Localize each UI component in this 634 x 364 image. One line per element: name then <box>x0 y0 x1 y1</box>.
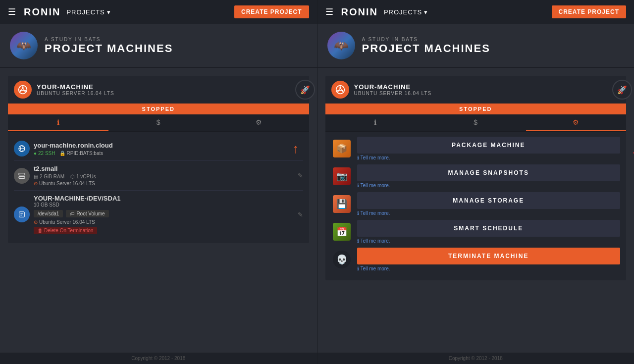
right-panel: ☰ RONIN PROJECTS ▾ CREATE PROJECT 🦇 A ST… <box>317 0 634 364</box>
right-terminate-content: TERMINATE MACHINE ℹ Tell me more. <box>357 248 621 271</box>
right-copyright: Copyright © 2012 - 2018 <box>317 353 634 364</box>
left-page-title: PROJECT MACHINES <box>45 42 173 55</box>
left-machine-os: UBUNTU SERVER 16.04 LTS <box>37 91 292 96</box>
right-tab-info[interactable]: ℹ <box>325 114 426 131</box>
right-schedule-info: ℹ Tell me more. <box>357 238 621 244</box>
svg-point-1 <box>22 86 23 88</box>
right-package-machine-button[interactable]: PACKAGE MACHINE <box>357 137 621 154</box>
right-manage-storage-button[interactable]: MANAGE STORAGE <box>357 192 621 209</box>
right-actions-panel: 📦 PACKAGE MACHINE ℹ Tell me more. ← <box>325 132 627 280</box>
right-ubuntu-icon <box>335 85 345 95</box>
right-project-avatar: 🦇 <box>327 32 355 59</box>
left-hostname-icon <box>14 141 30 156</box>
left-volume-edit-icon[interactable]: ✎ <box>298 211 303 218</box>
left-volume-os: ⊙ Ubuntu Server 16.04 LTS <box>34 219 95 225</box>
up-arrow-indicator: ↑ <box>293 141 299 156</box>
right-snapshots-info: ℹ Tell me more. <box>357 183 621 188</box>
ubuntu-icon <box>18 85 28 95</box>
left-instance-edit-icon[interactable]: ✎ <box>298 172 303 179</box>
svg-rect-14 <box>19 212 25 217</box>
right-smart-schedule-button[interactable]: SMART SCHEDULE <box>357 220 621 237</box>
left-navbar: ☰ RONIN PROJECTS ▾ CREATE PROJECT <box>0 0 317 24</box>
right-snapshots-row: 📷 MANAGE SNAPSHOTS ℹ Tell me more. <box>331 164 621 188</box>
svg-line-21 <box>338 88 340 91</box>
volume-icon <box>18 210 26 218</box>
right-snapshots-content: MANAGE SNAPSHOTS ℹ Tell me more. <box>357 164 621 188</box>
left-volume-name: YOUR-MACHINE-/DEV/SDA1 <box>34 195 294 202</box>
right-brand: RONIN <box>341 6 378 18</box>
left-projects-button[interactable]: PROJECTS ▾ <box>66 8 110 16</box>
svg-point-13 <box>20 177 20 177</box>
right-package-row: 📦 PACKAGE MACHINE ℹ Tell me more. ← <box>331 137 621 160</box>
svg-line-4 <box>21 88 23 91</box>
right-page-header: 🦇 A STUDY IN BATS PROJECT MACHINES <box>317 24 634 68</box>
left-ssh-badge: ● 22 SSH <box>34 151 55 156</box>
right-storage-content: MANAGE STORAGE ℹ Tell me more. <box>357 192 621 216</box>
left-instance-os: ⊙ Ubuntu Server 16.04 LTS <box>34 181 95 186</box>
right-storage-icon: 💾 <box>333 195 351 213</box>
right-schedule-content: SMART SCHEDULE ℹ Tell me more. <box>357 220 621 244</box>
right-arrow-indicator: ← <box>630 142 634 162</box>
left-machine-info: YOUR-MACHINE UBUNTU SERVER 16.04 LTS <box>37 83 292 96</box>
left-instance-row: t2.small ▤ 2 GiB RAM ⬡ 1 vCPUs <box>14 161 303 191</box>
left-volume-row: YOUR-MACHINE-/DEV/SDA1 10 GB SSD /dev/sd… <box>14 191 303 238</box>
left-machine-header: YOUR-MACHINE UBUNTU SERVER 16.04 LTS ⟳ 🚀 <box>8 76 309 104</box>
left-instance-type: t2.small <box>34 165 294 172</box>
left-machine-card-wrapper: YOUR-MACHINE UBUNTU SERVER 16.04 LTS ⟳ 🚀… <box>0 68 317 251</box>
right-storage-icon-wrap: 💾 <box>331 194 352 214</box>
left-vcpu-spec: ⬡ 1 vCPUs <box>70 174 96 179</box>
left-menu-icon[interactable]: ☰ <box>8 6 16 17</box>
left-copyright: Copyright © 2012 - 2018 <box>0 353 317 364</box>
right-launch-button[interactable]: 🚀 <box>612 80 632 100</box>
left-volume-type-tag: 🏷 Root Volume <box>66 210 108 217</box>
right-create-project-button[interactable]: CREATE PROJECT <box>552 5 626 18</box>
right-machine-os: UBUNTU SERVER 16.04 LTS <box>354 91 610 96</box>
right-logo: RONIN <box>341 6 378 18</box>
right-package-info: ℹ Tell me more. <box>357 155 621 160</box>
left-tab-settings[interactable]: ⚙ <box>209 114 309 131</box>
left-volume-tags: /dev/sda1 🏷 Root Volume <box>34 210 294 217</box>
left-tab-info[interactable]: ℹ <box>8 114 108 131</box>
left-page-header: 🦇 A STUDY IN BATS PROJECT MACHINES <box>0 24 317 68</box>
right-projects-button[interactable]: PROJECTS ▾ <box>384 8 428 16</box>
globe-icon <box>18 145 26 153</box>
right-tab-cost[interactable]: $ <box>425 114 526 131</box>
right-schedule-icon: 📅 <box>333 223 351 241</box>
left-volume-path-tag: /dev/sda1 <box>34 210 63 217</box>
svg-line-22 <box>340 88 342 91</box>
left-logo: RONIN <box>24 6 60 18</box>
left-machine-tabs: ℹ $ ⚙ <box>8 114 309 132</box>
left-launch-button[interactable]: 🚀 <box>295 80 315 100</box>
right-package-icon-wrap: 📦 <box>331 138 352 159</box>
left-instance-icon <box>14 168 30 184</box>
right-storage-row: 💾 MANAGE STORAGE ℹ Tell me more. <box>331 192 621 216</box>
right-menu-icon[interactable]: ☰ <box>325 6 333 17</box>
left-rpid-badge: 🔒 RPID:BATS:bats <box>59 151 104 156</box>
right-machine-card: YOUR-MACHINE UBUNTU SERVER 16.04 LTS ⟳ 🚀… <box>325 76 627 280</box>
right-schedule-icon-wrap: 📅 <box>331 221 352 242</box>
left-volume-delete-tag: 🗑 Delete On Termination <box>34 227 97 234</box>
left-machine-name: YOUR-MACHINE <box>37 83 292 91</box>
right-snapshots-icon-wrap: 📷 <box>331 166 352 187</box>
left-tab-cost[interactable]: $ <box>108 114 209 131</box>
left-status-bar: STOPPED <box>8 104 309 114</box>
right-machine-name: YOUR-MACHINE <box>354 83 610 91</box>
left-ram-spec: ▤ 2 GiB RAM <box>34 174 64 179</box>
right-tab-settings[interactable]: ⚙ <box>526 114 627 131</box>
right-machine-header: YOUR-MACHINE UBUNTU SERVER 16.04 LTS ⟳ 🚀 <box>325 76 627 104</box>
right-package-content: PACKAGE MACHINE ℹ Tell me more. <box>357 137 621 160</box>
right-terminate-row: 💀 TERMINATE MACHINE ℹ Tell me more. <box>331 248 621 271</box>
left-hostname-row: your-machine.ronin.cloud ● 22 SSH 🔒 RPID… <box>14 137 303 161</box>
left-hostname: your-machine.ronin.cloud <box>34 142 303 149</box>
left-volume-icon <box>14 207 30 222</box>
svg-point-12 <box>20 174 20 174</box>
right-terminate-machine-button[interactable]: TERMINATE MACHINE <box>357 248 621 264</box>
right-terminate-icon: 💀 <box>333 251 351 268</box>
right-schedule-row: 📅 SMART SCHEDULE ℹ Tell me more. <box>331 220 621 244</box>
left-create-project-button[interactable]: CREATE PROJECT <box>234 5 309 18</box>
right-manage-snapshots-button[interactable]: MANAGE SNAPSHOTS <box>357 164 621 181</box>
right-status-bar: STOPPED <box>325 104 627 114</box>
right-machine-card-wrapper: YOUR-MACHINE UBUNTU SERVER 16.04 LTS ⟳ 🚀… <box>317 68 634 288</box>
left-volume-size: 10 GB SSD <box>34 202 294 208</box>
server-icon <box>18 172 26 180</box>
